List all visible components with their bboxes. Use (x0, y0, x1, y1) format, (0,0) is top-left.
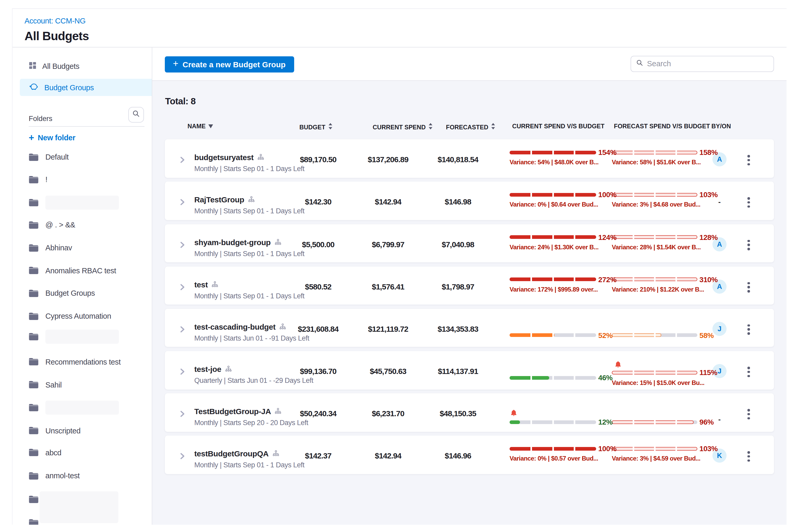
budget-progress-bar (510, 447, 596, 450)
column-header-forecasted[interactable]: FORECASTED (446, 122, 496, 131)
table-header: NAME BUDGET CURRENT SPEND FORECASTE (152, 122, 786, 131)
budget-group-row[interactable]: budgetsuryatest Monthly | Starts Sep 01 … (165, 139, 774, 177)
current-spend-percent: 52% (598, 331, 613, 339)
folder-item[interactable]: abcd (13, 445, 152, 460)
folder-icon (29, 289, 39, 297)
row-menu-button[interactable] (746, 367, 752, 377)
folder-item[interactable]: @ . > && (13, 217, 152, 232)
budget-group-name[interactable]: shyam-budget-group (194, 238, 281, 246)
folder-item[interactable]: anmol-test (13, 468, 152, 483)
forecast-spend-percent: 58% (699, 331, 714, 339)
budget-group-name[interactable]: test-joe (194, 365, 232, 374)
current-vs-budget-cell: 154%Variance: 54% | $48.0K over B... (510, 139, 612, 177)
folder-icon (29, 221, 39, 229)
budget-group-name[interactable]: test (194, 280, 218, 289)
folder-search-button[interactable] (128, 107, 144, 122)
app-window: Account: CCM-NG All Budgets All Budgets … (12, 8, 786, 525)
forecast-spend-percent: 96% (699, 418, 714, 426)
folder-item[interactable]: Anomalies RBAC test (13, 263, 152, 278)
new-folder-button[interactable]: + New folder (29, 133, 75, 142)
row-menu-button[interactable] (746, 197, 752, 208)
folder-item[interactable]: Budget Groups (13, 286, 152, 300)
sort-desc-icon (208, 122, 213, 130)
folder-item[interactable]: Recommendations test (13, 355, 152, 369)
folder-item[interactable] (13, 329, 152, 344)
folder-item[interactable]: Abhinav (13, 241, 152, 255)
budget-group-name[interactable]: test-cascading-budget (194, 322, 286, 331)
expand-chevron-icon[interactable] (178, 368, 186, 376)
budget-group-details: Monthly | Starts Jun 01 - -91 Days Left (194, 334, 309, 342)
forecast-variance-text: Variance: 28% | $1.54K over B... (612, 243, 701, 251)
current-vs-budget-cell: 46% (510, 351, 612, 390)
expand-chevron-icon[interactable] (178, 198, 186, 206)
budget-group-details: Monthly | Starts Sep 20 - 20 Days Left (194, 419, 308, 426)
column-header-name[interactable]: NAME (188, 122, 213, 130)
folder-item[interactable]: Cypress Automation (13, 309, 152, 323)
current-spend-percent: 272% (598, 275, 616, 283)
budget-group-row[interactable]: RajTestGroup Monthly | Starts Sep 01 - 1… (165, 182, 774, 220)
forecast-vs-budget-cell: 103%Variance: 3% | $4.59 over Bud... (612, 436, 714, 474)
sidebar-item-label: Budget Groups (44, 83, 94, 92)
folder-item[interactable]: ! (13, 172, 152, 187)
forecasted-value: $114,137.91 (416, 367, 500, 376)
column-header-budget[interactable]: BUDGET (299, 122, 333, 131)
budget-group-name[interactable]: testBudgetGroupQA (194, 449, 279, 458)
hierarchy-icon (248, 195, 254, 204)
folder-icon (29, 519, 39, 525)
main-panel: + Create a new Budget Group Total: 8 NAM… (152, 48, 786, 525)
forecast-spend-percent: 103% (699, 444, 718, 453)
budget-progress-bar (612, 447, 697, 450)
folder-label: Unscripted (45, 426, 81, 435)
row-menu-button[interactable] (746, 155, 752, 165)
sidebar-item-all-budgets[interactable]: All Budgets (13, 57, 152, 75)
sort-icon (328, 122, 333, 131)
sidebar-item-label: All Budgets (42, 62, 79, 70)
budget-progress-bar (612, 235, 697, 239)
folder-label: abcd (45, 448, 61, 457)
current-vs-budget-cell: 124%Variance: 24% | $1.30K over B... (510, 224, 612, 262)
folder-label: Recommendations test (45, 358, 121, 366)
budget-group-name[interactable]: budgetsuryatest (194, 153, 264, 162)
budget-group-row[interactable]: test Monthly | Starts Sep 01 - 1 Days Le… (165, 266, 774, 305)
budget-group-row[interactable]: shyam-budget-group Monthly | Starts Sep … (165, 224, 774, 262)
expand-chevron-icon[interactable] (178, 410, 186, 418)
row-menu-button[interactable] (746, 282, 752, 292)
expand-chevron-icon[interactable] (178, 283, 186, 291)
column-header-by-on: BY/ON (711, 122, 731, 130)
budget-group-name[interactable]: RajTestGroup (194, 195, 254, 204)
account-breadcrumb-link[interactable]: Account: CCM-NG (24, 17, 86, 25)
expand-chevron-icon[interactable] (178, 452, 186, 460)
column-header-current-spend[interactable]: CURRENT SPEND (373, 122, 433, 131)
redacted-folder-label (40, 491, 118, 523)
sidebar-item-budget-groups[interactable]: Budget Groups (20, 79, 152, 96)
budget-progress-bar (612, 278, 697, 281)
expand-chevron-icon[interactable] (178, 241, 186, 249)
row-menu-button[interactable] (746, 324, 752, 335)
expand-chevron-icon[interactable] (178, 325, 186, 333)
budget-group-name[interactable]: TestBudgetGroup-JA (194, 407, 281, 416)
budget-group-row[interactable]: test-joe Quarterly | Starts Jun 01 - -29… (165, 351, 774, 390)
budget-group-row[interactable]: test-cascading-budget Monthly | Starts J… (165, 308, 774, 347)
folder-item[interactable]: Sahil (13, 377, 152, 392)
row-menu-button[interactable] (746, 451, 752, 461)
current-variance-text: Variance: 0% | $0.64 over Bud... (510, 201, 598, 208)
folder-item[interactable]: Unscripted (13, 423, 152, 438)
search-input[interactable] (647, 60, 768, 68)
current-vs-budget-cell: 52% (510, 308, 612, 347)
row-menu-button[interactable] (746, 240, 752, 250)
folder-item[interactable] (13, 195, 152, 210)
folder-icon (29, 267, 39, 274)
folder-label: @ . > && (45, 221, 75, 229)
forecast-variance-text: Variance: 58% | $51.6K over B... (612, 158, 701, 166)
budget-group-row[interactable]: testBudgetGroupQA Monthly | Starts Sep 0… (165, 436, 774, 474)
expand-chevron-icon[interactable] (178, 156, 186, 164)
forecasted-value: $140,818.54 (416, 155, 500, 164)
forecast-vs-budget-cell: 58% (612, 308, 714, 347)
budget-progress-bar (510, 150, 596, 154)
budget-group-row[interactable]: TestBudgetGroup-JA Monthly | Starts Sep … (165, 393, 774, 432)
plus-icon: + (173, 59, 178, 70)
create-budget-group-button[interactable]: + Create a new Budget Group (165, 56, 294, 72)
folder-item[interactable]: Default (13, 150, 152, 164)
folder-item[interactable] (13, 400, 152, 415)
row-menu-button[interactable] (746, 409, 752, 419)
